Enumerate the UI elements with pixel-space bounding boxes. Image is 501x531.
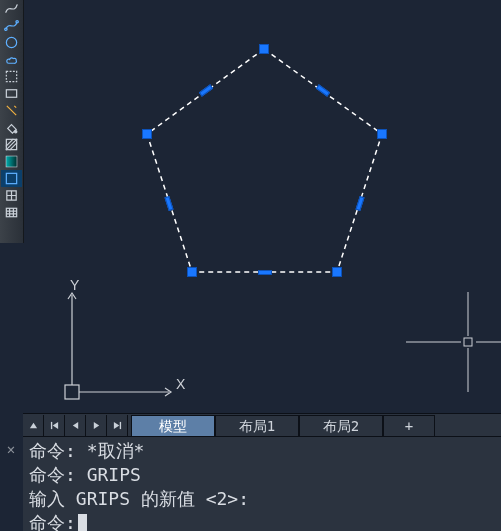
fill-icon[interactable] [1, 119, 22, 136]
svg-rect-12 [65, 385, 79, 399]
revision-cloud-icon[interactable] [1, 51, 22, 68]
command-line-panel[interactable]: ✕ 命令: *取消* 命令: GRIPS 输入 GRIPS 的新值 <2>: 命… [23, 436, 501, 531]
svg-marker-19 [113, 422, 118, 429]
svg-marker-11 [147, 49, 382, 272]
command-history-line: 命令: *取消* [29, 439, 501, 463]
close-icon[interactable]: ✕ [2, 440, 20, 458]
svg-marker-16 [52, 422, 57, 429]
tabs-last-button[interactable] [107, 415, 128, 436]
layout-tabs-bar: 模型 布局1 布局2 + [23, 413, 501, 438]
tab-layout1[interactable]: 布局1 [215, 415, 299, 437]
rectangle-icon[interactable] [1, 85, 22, 102]
command-history-line: 输入 GRIPS 的新值 <2>: [29, 487, 501, 511]
ucs-icon[interactable]: Y X [59, 277, 189, 407]
drawing-canvas[interactable]: Y X [23, 0, 501, 413]
tab-add[interactable]: + [383, 415, 435, 437]
svg-marker-18 [93, 422, 98, 429]
ucs-y-label: Y [70, 277, 79, 293]
tab-model[interactable]: 模型 [131, 415, 215, 437]
grip-vertex[interactable] [332, 267, 342, 277]
ucs-x-label: X [176, 376, 185, 392]
boundary-icon[interactable] [1, 170, 22, 187]
tabs-prev-button[interactable] [65, 415, 86, 436]
tabs-next-button[interactable] [86, 415, 107, 436]
grip-vertex[interactable] [187, 267, 197, 277]
tab-layout2[interactable]: 布局2 [299, 415, 383, 437]
svg-rect-9 [6, 173, 16, 183]
tabs-first-button[interactable] [44, 415, 65, 436]
grip-vertex[interactable] [377, 129, 387, 139]
grip-vertex[interactable] [142, 129, 152, 139]
grid-icon[interactable] [1, 187, 22, 204]
grip-midpoint[interactable] [258, 270, 272, 275]
svg-marker-14 [29, 423, 36, 428]
svg-marker-17 [72, 422, 77, 429]
command-input-line[interactable]: 命令: [29, 511, 501, 531]
table-icon[interactable] [1, 204, 22, 221]
command-history-line: 命令: GRIPS [29, 463, 501, 487]
svg-rect-3 [6, 71, 16, 81]
grip-vertex[interactable] [259, 44, 269, 54]
svg-point-2 [6, 37, 16, 47]
spline-icon[interactable] [1, 0, 22, 17]
svg-rect-15 [50, 422, 51, 429]
svg-point-5 [15, 131, 17, 133]
hatch-icon[interactable] [1, 136, 22, 153]
left-toolbar [0, 0, 24, 243]
gradient-icon[interactable] [1, 153, 22, 170]
svg-rect-4 [6, 90, 16, 98]
select-icon[interactable] [1, 68, 22, 85]
spline-fit-icon[interactable] [1, 17, 22, 34]
layout-tabs: 模型 布局1 布局2 + [131, 415, 435, 437]
circle-icon[interactable] [1, 34, 22, 51]
calligraphy-icon[interactable] [1, 102, 22, 119]
svg-rect-20 [119, 422, 120, 429]
svg-rect-8 [6, 156, 16, 166]
tabs-menu-button[interactable] [23, 415, 44, 436]
svg-rect-10 [6, 208, 16, 216]
